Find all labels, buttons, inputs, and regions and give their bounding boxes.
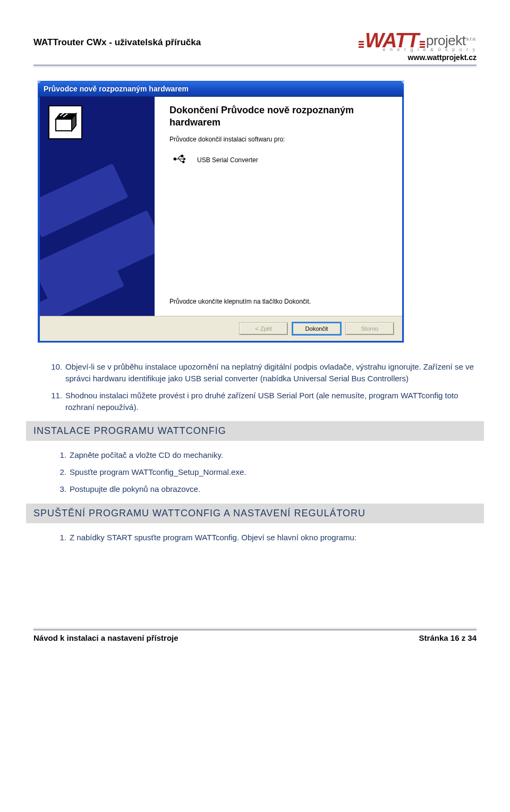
list-number: 10. xyxy=(49,361,62,384)
list-text: Z nabídky START spusťte program WATTconf… xyxy=(70,532,356,543)
list-item: 11. Shodnou instalaci můžete provést i p… xyxy=(49,390,477,413)
list-text: Objeví-li se v průběhu instalace upozorn… xyxy=(65,361,477,384)
logo-text-sro: s.r.o. xyxy=(466,36,477,41)
svg-marker-3 xyxy=(184,158,185,160)
list-number: 11. xyxy=(49,390,62,413)
list-text: Zapněte počítač a vložte CD do mechaniky… xyxy=(70,449,223,461)
header-divider-light xyxy=(33,66,477,67)
list-item: 1. Zapněte počítač a vložte CD do mechan… xyxy=(57,449,477,461)
svg-point-5 xyxy=(183,161,185,163)
wizard-description: Průvodce dokončil instalaci softwaru pro… xyxy=(169,136,389,143)
wizard-finish-note: Průvodce ukončíte klepnutím na tlačítko … xyxy=(169,298,389,305)
footer-left: Návod k instalaci a nastavení přístroje xyxy=(33,633,178,642)
section-heading-run: SPUŠTĚNÍ PROGRAMU WATTCONFIG A NASTAVENÍ… xyxy=(26,504,484,523)
back-button: < Zpět xyxy=(240,323,287,334)
svg-rect-4 xyxy=(181,155,183,157)
usb-icon xyxy=(173,153,188,167)
list-item: 1. Z nabídky START spusťte program WATTc… xyxy=(57,532,477,543)
list-number: 3. xyxy=(57,483,66,495)
footer-divider-light xyxy=(33,628,477,629)
wizard-side-art xyxy=(40,97,155,316)
list-item: 10. Objeví-li se v průběhu instalace upo… xyxy=(49,361,477,384)
list-text: Shodnou instalaci můžete provést i pro d… xyxy=(65,390,477,413)
hardware-box-icon xyxy=(48,105,82,139)
list-number: 1. xyxy=(57,532,66,543)
wizard-heading: Dokončení Průvodce nově rozpoznaným hard… xyxy=(169,104,389,128)
svg-rect-0 xyxy=(56,119,72,131)
list-number: 2. xyxy=(57,466,66,478)
brand-logo: WATT projekt s.r.o. e n e r g i e & ú s … xyxy=(358,32,477,62)
wizard-device-name: USB Serial Converter xyxy=(197,156,258,164)
cancel-button: Storno xyxy=(346,323,394,334)
list-number: 1. xyxy=(57,449,66,461)
finish-button[interactable]: Dokončit xyxy=(293,323,341,334)
wizard-titlebar: Průvodce nově rozpoznaným hardwarem xyxy=(38,81,404,97)
section-heading-install: INSTALACE PROGRAMU WATTCONFIG xyxy=(26,421,484,441)
footer-right: Stránka 16 z 34 xyxy=(419,633,477,642)
list-item: 2. Spusťte program WATTconfig_Setup_Norm… xyxy=(57,466,477,478)
document-title: WATTrouter CWx - uživatelská příručka xyxy=(33,32,201,48)
list-text: Postupujte dle pokynů na obrazovce. xyxy=(70,483,200,495)
header-url: www.wattprojekt.cz xyxy=(358,53,477,62)
wizard-window: Průvodce nově rozpoznaným hardwarem xyxy=(38,81,404,343)
list-item: 3. Postupujte dle pokynů na obrazovce. xyxy=(57,483,477,495)
header-divider xyxy=(33,65,477,65)
list-text: Spusťte program WATTconfig_Setup_Normal.… xyxy=(70,466,246,478)
